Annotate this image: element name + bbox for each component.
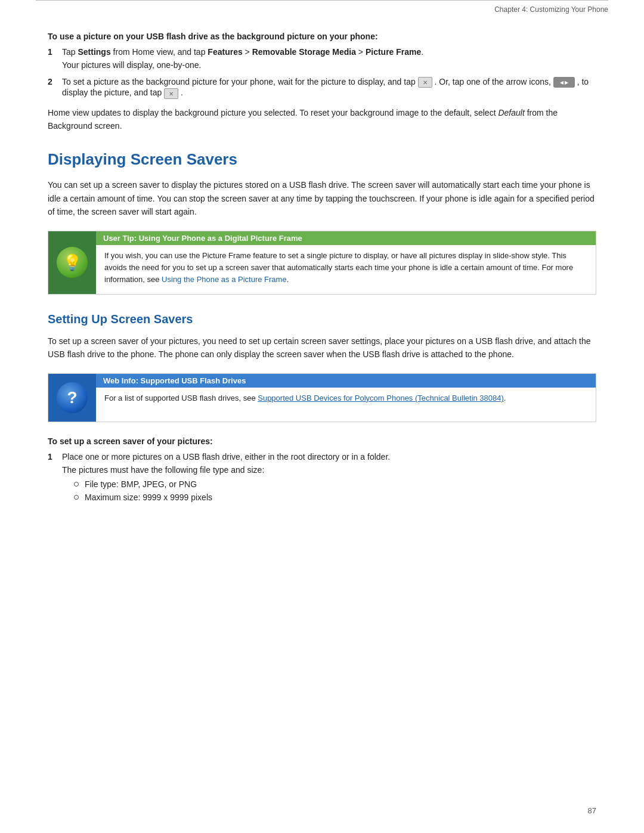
setting-up-screen-savers-heading: Setting Up Screen Savers (48, 312, 596, 326)
web-body: For a list of supported USB flash drives… (96, 392, 596, 413)
setup-step-1-content: Place one or more pictures on a USB flas… (62, 452, 596, 507)
step-2-text: To set a picture as the background pictu… (62, 77, 589, 97)
file-type-list: File type: BMP, JPEG, or PNG Maximum siz… (74, 479, 596, 502)
bullet-max-size: Maximum size: 9999 x 9999 pixels (74, 493, 596, 502)
setup-step-1-text: Place one or more pictures on a USB flas… (62, 452, 390, 462)
set-picture-icon-2 (164, 88, 178, 99)
bullet-max-size-text: Maximum size: 9999 x 9999 pixels (85, 493, 212, 502)
setup-step-1-sub: The pictures must have the following fil… (62, 465, 596, 475)
chapter-label: Chapter 4: Customizing Your Phone (494, 5, 608, 14)
default-italic: Default (498, 108, 524, 117)
bullet-circle-2 (74, 495, 79, 500)
tip-text-area: User Tip: Using Your Phone as a Digital … (96, 231, 596, 294)
tip-icon-area (48, 231, 96, 294)
page-container: Chapter 4: Customizing Your Phone To use… (0, 0, 644, 833)
bullet-circle-1 (74, 482, 79, 487)
step-2-num: 2 (48, 77, 62, 86)
main-content: To use a picture on your USB flash drive… (0, 14, 644, 550)
usb-step-2: 2 To set a picture as the background pic… (48, 77, 596, 99)
usb-steps-list: 1 Tap Settings from Home view, and tap F… (48, 47, 596, 99)
web-info-box: Web Info: Supported USB Flash Drives For… (48, 373, 596, 422)
chapter-header: Chapter 4: Customizing Your Phone (36, 0, 608, 14)
user-tip-box: User Tip: Using Your Phone as a Digital … (48, 231, 596, 295)
web-body-before: For a list of supported USB flash drives… (104, 394, 258, 402)
tip-body-text-after: . (287, 275, 289, 284)
step-1-num: 1 (48, 47, 62, 57)
set-picture-icon (418, 77, 432, 88)
web-body-after: . (504, 394, 506, 402)
usb-step-1: 1 Tap Settings from Home view, and tap F… (48, 47, 596, 70)
screen-saver-para: You can set up a screen saver to display… (48, 178, 596, 218)
setting-up-para: To set up a screen saver of your picture… (48, 335, 596, 361)
web-question-icon (57, 382, 88, 413)
home-view-para: Home view updates to display the backgro… (48, 106, 596, 133)
web-text-area: Web Info: Supported USB Flash Drives For… (96, 374, 596, 413)
tip-lightbulb-icon (57, 247, 88, 278)
bullet-file-type: File type: BMP, JPEG, or PNG (74, 479, 596, 489)
setup-step-1: 1 Place one or more pictures on a USB fl… (48, 452, 596, 507)
step-2-content: To set a picture as the background pictu… (62, 77, 596, 99)
tip-body: If you wish, you can use the Picture Fra… (96, 250, 596, 294)
bullet-file-type-text: File type: BMP, JPEG, or PNG (85, 479, 197, 489)
page-number: 87 (588, 806, 596, 815)
arrow-icons (553, 77, 575, 88)
step-1-text: Tap Settings from Home view, and tap Fea… (62, 47, 423, 57)
web-info-link[interactable]: Supported USB Devices for Polycom Phones… (258, 394, 504, 402)
setup-steps-title: To set up a screen saver of your picture… (48, 436, 596, 446)
step-1-sub: Your pictures will display, one-by-one. (62, 60, 596, 70)
web-icon-area (48, 374, 96, 422)
tip-header: User Tip: Using Your Phone as a Digital … (96, 231, 596, 245)
usb-section-title: To use a picture on your USB flash drive… (48, 32, 596, 41)
step-1-content: Tap Settings from Home view, and tap Fea… (62, 47, 596, 70)
web-header: Web Info: Supported USB Flash Drives (96, 374, 596, 388)
setup-steps-list: 1 Place one or more pictures on a USB fl… (48, 452, 596, 507)
displaying-screen-savers-heading: Displaying Screen Savers (48, 150, 596, 169)
tip-link[interactable]: Using the Phone as a Picture Frame (162, 275, 287, 284)
setup-step-1-num: 1 (48, 452, 62, 462)
